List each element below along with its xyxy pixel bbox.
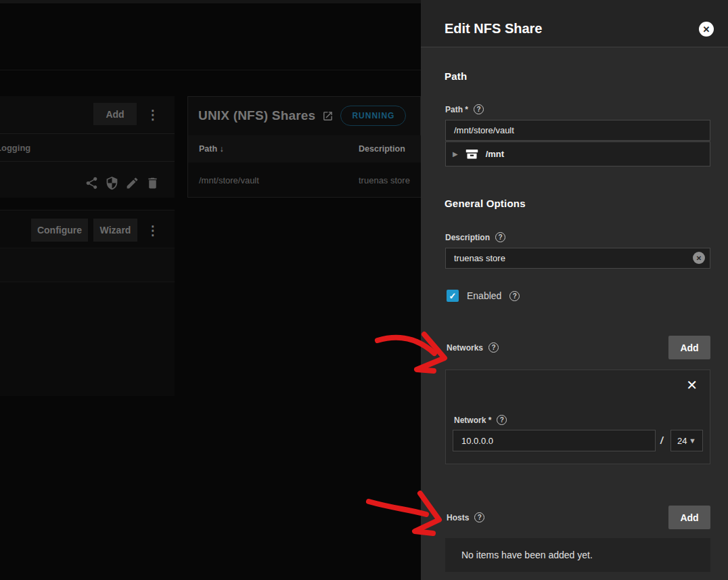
divider xyxy=(0,161,175,162)
prefix-select[interactable]: 24 ▼ xyxy=(670,430,703,451)
description-input-wrapper: ✕ xyxy=(445,248,710,269)
networks-label: Networks ? xyxy=(447,342,499,353)
remove-network-icon[interactable]: ✕ xyxy=(686,378,698,392)
networks-help-icon[interactable]: ? xyxy=(488,342,499,353)
nfs-table-row[interactable]: /mnt/store/vault truenas store xyxy=(188,162,422,197)
nfs-card-title: UNIX (NFS) Shares xyxy=(198,108,315,123)
network-item-card: ✕ Network * ? / 24 ▼ xyxy=(445,370,710,464)
description-input[interactable] xyxy=(445,248,710,269)
dataset-icon xyxy=(465,147,479,161)
enabled-label: Enabled xyxy=(467,290,501,301)
enabled-checkbox[interactable]: ✓ xyxy=(447,290,459,302)
dropdown-arrow-icon: ▼ xyxy=(689,437,696,445)
path-input[interactable] xyxy=(445,120,710,141)
close-dialog-icon[interactable]: ✕ xyxy=(699,22,714,37)
running-status-badge[interactable]: RUNNING xyxy=(340,106,406,126)
shares-panel: Add ⋮ Logging xyxy=(0,96,175,198)
dialog-header: Edit NFS Share ✕ xyxy=(421,0,728,47)
divider xyxy=(0,133,175,134)
configure-button[interactable]: Configure xyxy=(31,219,88,242)
column-header-description[interactable]: Description xyxy=(359,144,405,154)
path-section-heading: Path xyxy=(445,70,467,82)
tree-node-label: /mnt xyxy=(486,149,504,159)
services-panel: Configure Wizard ⋮ xyxy=(0,210,175,396)
share-icon[interactable] xyxy=(85,176,99,190)
screen: Add ⋮ Logging UNIX (NFS) Shares RUNNING … xyxy=(0,0,728,580)
cell-description: truenas store xyxy=(359,175,410,185)
network-input-wrapper xyxy=(453,430,656,451)
shares-add-button[interactable]: Add xyxy=(93,103,137,125)
hosts-add-button[interactable]: Add xyxy=(668,506,710,529)
services-kebab-menu-icon[interactable]: ⋮ xyxy=(146,223,160,238)
nfs-shares-card: UNIX (NFS) Shares RUNNING Path ↓ Descrip… xyxy=(187,96,421,198)
column-header-path[interactable]: Path ↓ xyxy=(199,144,224,154)
hosts-empty-message: No items have been added yet. xyxy=(445,538,710,572)
prefix-value: 24 xyxy=(677,436,687,446)
hosts-label: Hosts ? xyxy=(447,512,484,522)
network-help-icon[interactable]: ? xyxy=(497,415,507,425)
dialog-title: Edit NFS Share xyxy=(445,21,542,37)
wizard-button[interactable]: Wizard xyxy=(93,219,137,242)
enabled-row: ✓ Enabled ? xyxy=(447,290,520,302)
path-help-icon[interactable]: ? xyxy=(474,104,484,114)
hosts-help-icon[interactable]: ? xyxy=(474,512,484,522)
clear-description-icon[interactable]: ✕ xyxy=(693,252,705,264)
edit-nfs-share-dialog: Edit NFS Share ✕ Path Path * ? ▶ /mnt Ge… xyxy=(421,0,728,580)
sort-down-icon: ↓ xyxy=(220,144,224,154)
shares-kebab-menu-icon[interactable]: ⋮ xyxy=(146,107,160,122)
divider xyxy=(0,282,175,282)
cell-path: /mnt/store/vault xyxy=(199,175,259,185)
nfs-table-header: Path ↓ Description xyxy=(188,135,422,162)
top-bar xyxy=(0,0,421,3)
network-input[interactable] xyxy=(453,430,656,451)
services-row xyxy=(0,248,175,282)
tree-expand-caret-icon[interactable]: ▶ xyxy=(453,150,458,158)
description-help-icon[interactable]: ? xyxy=(495,232,505,242)
share-row-actions xyxy=(85,176,160,190)
general-section-heading: General Options xyxy=(445,198,526,209)
enabled-help-icon[interactable]: ? xyxy=(509,291,520,301)
cidr-separator: / xyxy=(660,435,663,446)
networks-add-button[interactable]: Add xyxy=(668,336,710,359)
delete-trash-icon[interactable] xyxy=(145,176,160,190)
background-divider xyxy=(0,70,421,70)
logging-column-header: Logging xyxy=(0,143,30,153)
shield-acl-icon[interactable] xyxy=(105,176,119,190)
path-field-label: Path * ? xyxy=(445,104,484,114)
network-field-label: Network * ? xyxy=(454,415,507,425)
path-tree-node[interactable]: ▶ /mnt xyxy=(445,141,710,166)
edit-pencil-icon[interactable] xyxy=(125,176,139,190)
description-field-label: Description ? xyxy=(445,232,505,242)
path-input-wrapper xyxy=(445,120,710,141)
arrow-to-hosts-shaft xyxy=(369,501,426,514)
external-link-icon[interactable] xyxy=(322,110,334,122)
